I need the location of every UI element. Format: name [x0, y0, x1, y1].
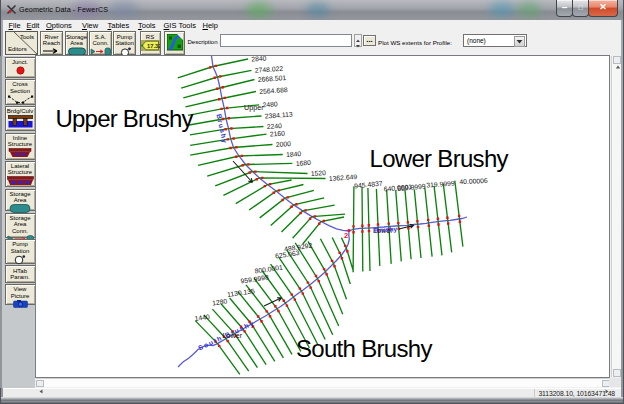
svg-text:559.9999: 559.9999: [397, 183, 426, 192]
svg-text:40.00006: 40.00006: [459, 177, 488, 185]
svg-text:2840: 2840: [251, 56, 267, 62]
svg-text:1520: 1520: [311, 169, 327, 177]
svg-text:2668.501: 2668.501: [258, 74, 287, 83]
svg-text:Upper Brushy: Upper Brushy: [56, 105, 194, 132]
svg-text:1840: 1840: [286, 150, 302, 158]
svg-text:2480: 2480: [262, 100, 278, 108]
svg-text:2160: 2160: [270, 130, 286, 138]
svg-text:800.0001: 800.0001: [254, 264, 283, 275]
svg-text:959.9998: 959.9998: [240, 274, 269, 285]
svg-text:319.9999: 319.9999: [426, 180, 455, 189]
svg-text:945.4837: 945.4837: [354, 180, 383, 190]
svg-text:2: 2: [344, 231, 348, 240]
svg-text:1440: 1440: [194, 313, 210, 322]
svg-text:1362.649: 1362.649: [329, 173, 358, 182]
svg-text:2384.113: 2384.113: [265, 111, 293, 120]
svg-text:1280: 1280: [212, 297, 228, 306]
svg-text:Lower: Lower: [223, 331, 243, 340]
svg-text:2000: 2000: [276, 140, 292, 148]
svg-text:1680: 1680: [295, 159, 311, 167]
svg-text:Lower Brushy: Lower Brushy: [370, 145, 509, 172]
svg-text:Upper: Upper: [244, 103, 264, 112]
svg-text:17.32: 17.32: [147, 43, 160, 49]
svg-text:2564.688: 2564.688: [259, 86, 288, 95]
svg-text:South Brushy: South Brushy: [296, 335, 432, 362]
svg-text:2240: 2240: [267, 122, 283, 130]
svg-text:2748.022: 2748.022: [255, 65, 284, 74]
